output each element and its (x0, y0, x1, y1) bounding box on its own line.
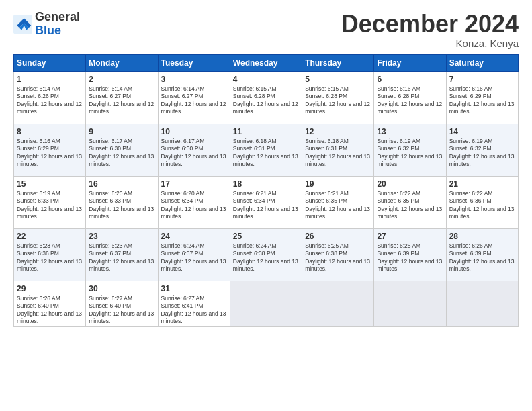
logo-general: General (35, 10, 80, 24)
day-info: Sunrise: 6:26 AMSunset: 6:39 PMDaylight:… (449, 242, 515, 273)
day-info: Sunrise: 6:20 AMSunset: 6:34 PMDaylight:… (161, 190, 227, 221)
day-number: 30 (89, 284, 154, 293)
table-row: 25Sunrise: 6:24 AMSunset: 6:38 PMDayligh… (230, 228, 302, 281)
weekday-header-row: Sunday Monday Tuesday Wednesday Thursday… (14, 54, 519, 71)
day-number: 7 (449, 75, 515, 84)
table-row: 19Sunrise: 6:21 AMSunset: 6:35 PMDayligh… (302, 176, 374, 228)
day-number: 9 (89, 127, 154, 136)
day-number: 6 (377, 75, 443, 84)
month-title: December 2024 (341, 11, 519, 38)
day-info: Sunrise: 6:17 AMSunset: 6:30 PMDaylight:… (89, 138, 154, 169)
logo: General Blue (13, 11, 80, 38)
calendar-table: Sunday Monday Tuesday Wednesday Thursday… (13, 54, 519, 328)
day-info: Sunrise: 6:15 AMSunset: 6:28 PMDaylight:… (233, 85, 299, 116)
table-row: 3Sunrise: 6:14 AMSunset: 6:27 PMDaylight… (158, 71, 230, 124)
table-row: 12Sunrise: 6:18 AMSunset: 6:31 PMDayligh… (302, 124, 374, 176)
calendar-week-row: 1Sunrise: 6:14 AMSunset: 6:26 PMDaylight… (14, 71, 519, 124)
day-info: Sunrise: 6:22 AMSunset: 6:36 PMDaylight:… (449, 190, 515, 221)
day-info: Sunrise: 6:16 AMSunset: 6:29 PMDaylight:… (449, 85, 515, 116)
logo-icon (13, 15, 32, 34)
day-number: 8 (17, 127, 83, 136)
day-info: Sunrise: 6:19 AMSunset: 6:32 PMDaylight:… (377, 138, 443, 169)
day-number: 20 (377, 179, 443, 189)
day-number: 15 (17, 179, 83, 189)
day-info: Sunrise: 6:16 AMSunset: 6:28 PMDaylight:… (377, 85, 443, 116)
header-wednesday: Wednesday (230, 54, 302, 71)
table-row (230, 281, 302, 327)
table-row: 16Sunrise: 6:20 AMSunset: 6:33 PMDayligh… (86, 176, 158, 228)
calendar-week-row: 8Sunrise: 6:16 AMSunset: 6:29 PMDaylight… (14, 124, 519, 176)
day-info: Sunrise: 6:26 AMSunset: 6:40 PMDaylight:… (17, 295, 83, 326)
day-number: 17 (161, 179, 227, 189)
table-row: 5Sunrise: 6:15 AMSunset: 6:28 PMDaylight… (302, 71, 374, 124)
header-sunday: Sunday (14, 54, 86, 71)
day-info: Sunrise: 6:21 AMSunset: 6:35 PMDaylight:… (305, 190, 371, 221)
header-saturday: Saturday (446, 54, 518, 71)
day-number: 21 (449, 179, 515, 189)
table-row: 15Sunrise: 6:19 AMSunset: 6:33 PMDayligh… (14, 176, 86, 228)
day-number: 19 (305, 179, 371, 189)
page-header: General Blue December 2024 Konza, Kenya (13, 11, 519, 49)
day-info: Sunrise: 6:19 AMSunset: 6:32 PMDaylight:… (449, 138, 515, 169)
day-info: Sunrise: 6:27 AMSunset: 6:41 PMDaylight:… (161, 295, 227, 326)
day-info: Sunrise: 6:27 AMSunset: 6:40 PMDaylight:… (89, 295, 154, 326)
table-row (446, 281, 518, 327)
header-monday: Monday (86, 54, 158, 71)
table-row (302, 281, 374, 327)
day-number: 18 (233, 179, 299, 189)
table-row: 26Sunrise: 6:25 AMSunset: 6:38 PMDayligh… (302, 228, 374, 281)
table-row: 27Sunrise: 6:25 AMSunset: 6:39 PMDayligh… (374, 228, 446, 281)
day-number: 10 (161, 127, 227, 136)
day-info: Sunrise: 6:15 AMSunset: 6:28 PMDaylight:… (305, 85, 371, 116)
day-number: 11 (233, 127, 299, 136)
calendar-week-row: 15Sunrise: 6:19 AMSunset: 6:33 PMDayligh… (14, 176, 519, 228)
day-info: Sunrise: 6:23 AMSunset: 6:37 PMDaylight:… (89, 242, 154, 273)
table-row: 21Sunrise: 6:22 AMSunset: 6:36 PMDayligh… (446, 176, 518, 228)
table-row: 20Sunrise: 6:22 AMSunset: 6:35 PMDayligh… (374, 176, 446, 228)
header-tuesday: Tuesday (158, 54, 230, 71)
table-row: 23Sunrise: 6:23 AMSunset: 6:37 PMDayligh… (86, 228, 158, 281)
table-row: 9Sunrise: 6:17 AMSunset: 6:30 PMDaylight… (86, 124, 158, 176)
table-row: 31Sunrise: 6:27 AMSunset: 6:41 PMDayligh… (158, 281, 230, 327)
table-row: 28Sunrise: 6:26 AMSunset: 6:39 PMDayligh… (446, 228, 518, 281)
table-row: 18Sunrise: 6:21 AMSunset: 6:34 PMDayligh… (230, 176, 302, 228)
day-number: 26 (305, 232, 371, 241)
day-info: Sunrise: 6:17 AMSunset: 6:30 PMDaylight:… (161, 138, 227, 169)
day-info: Sunrise: 6:14 AMSunset: 6:27 PMDaylight:… (161, 85, 227, 116)
location: Konza, Kenya (341, 38, 519, 49)
header-thursday: Thursday (302, 54, 374, 71)
table-row: 2Sunrise: 6:14 AMSunset: 6:27 PMDaylight… (86, 71, 158, 124)
day-info: Sunrise: 6:24 AMSunset: 6:37 PMDaylight:… (161, 242, 227, 273)
day-info: Sunrise: 6:21 AMSunset: 6:34 PMDaylight:… (233, 190, 299, 221)
header-friday: Friday (374, 54, 446, 71)
day-number: 1 (17, 75, 83, 84)
table-row: 22Sunrise: 6:23 AMSunset: 6:36 PMDayligh… (14, 228, 86, 281)
day-number: 24 (161, 232, 227, 241)
table-row: 24Sunrise: 6:24 AMSunset: 6:37 PMDayligh… (158, 228, 230, 281)
day-info: Sunrise: 6:14 AMSunset: 6:26 PMDaylight:… (17, 85, 83, 116)
day-number: 14 (449, 127, 515, 136)
day-number: 5 (305, 75, 371, 84)
day-number: 4 (233, 75, 299, 84)
day-info: Sunrise: 6:14 AMSunset: 6:27 PMDaylight:… (89, 85, 154, 116)
table-row: 10Sunrise: 6:17 AMSunset: 6:30 PMDayligh… (158, 124, 230, 176)
table-row: 4Sunrise: 6:15 AMSunset: 6:28 PMDaylight… (230, 71, 302, 124)
table-row: 1Sunrise: 6:14 AMSunset: 6:26 PMDaylight… (14, 71, 86, 124)
table-row: 14Sunrise: 6:19 AMSunset: 6:32 PMDayligh… (446, 124, 518, 176)
title-block: December 2024 Konza, Kenya (341, 11, 519, 49)
day-number: 23 (89, 232, 154, 241)
day-number: 31 (161, 284, 227, 293)
day-info: Sunrise: 6:22 AMSunset: 6:35 PMDaylight:… (377, 190, 443, 221)
day-info: Sunrise: 6:18 AMSunset: 6:31 PMDaylight:… (305, 138, 371, 169)
day-info: Sunrise: 6:25 AMSunset: 6:38 PMDaylight:… (305, 242, 371, 273)
table-row: 17Sunrise: 6:20 AMSunset: 6:34 PMDayligh… (158, 176, 230, 228)
day-number: 28 (449, 232, 515, 241)
logo-blue: Blue (35, 24, 61, 37)
table-row: 11Sunrise: 6:18 AMSunset: 6:31 PMDayligh… (230, 124, 302, 176)
table-row: 7Sunrise: 6:16 AMSunset: 6:29 PMDaylight… (446, 71, 518, 124)
day-number: 22 (17, 232, 83, 241)
day-info: Sunrise: 6:20 AMSunset: 6:33 PMDaylight:… (89, 190, 154, 221)
logo-text: General Blue (35, 11, 80, 38)
day-number: 2 (89, 75, 154, 84)
day-number: 13 (377, 127, 443, 136)
